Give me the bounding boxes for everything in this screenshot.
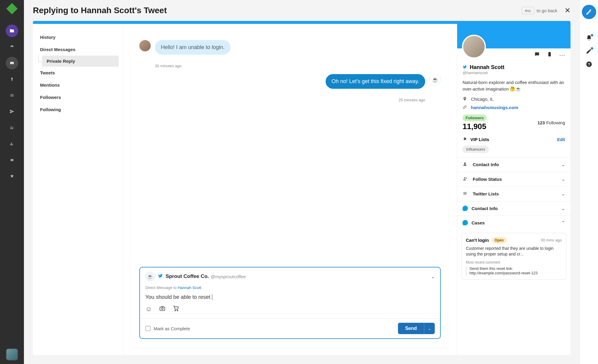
accordion-follow-status[interactable]: Follow Status ⌄: [457, 172, 570, 186]
svg-rect-8: [549, 52, 550, 53]
conversation-nav: History Direct Messages Private Reply Tw…: [33, 24, 123, 355]
chevron-up-icon: ⌃: [561, 220, 565, 226]
clipboard-icon[interactable]: [547, 51, 553, 59]
compose-box: ☕ Sprout Coffee Co. @mysproutcoffee ⌄ Di…: [139, 267, 441, 339]
nav-list-icon[interactable]: [6, 89, 18, 102]
case-card[interactable]: Can't login Open 30 mins ago Customer re…: [461, 233, 566, 280]
send-options-button[interactable]: ⌄: [424, 323, 435, 334]
list-icon: [463, 191, 469, 197]
message-icon[interactable]: [534, 51, 540, 59]
nav-star-icon[interactable]: [6, 170, 18, 182]
camera-icon[interactable]: [159, 305, 166, 313]
link-icon: [463, 105, 468, 110]
person-icon: [463, 162, 469, 168]
nav-tray-icon[interactable]: [6, 57, 18, 69]
case-title: Can't login: [466, 238, 489, 243]
nav-pulse-icon[interactable]: [6, 121, 18, 134]
mark-complete-checkbox[interactable]: [145, 326, 151, 331]
svg-point-6: [177, 310, 178, 311]
compose-fab[interactable]: [582, 5, 596, 19]
user-avatar[interactable]: [6, 348, 18, 360]
go-back-text: to go back: [537, 8, 557, 13]
profile-website[interactable]: hannahsmusings.com: [471, 105, 518, 110]
send-button[interactable]: Send: [398, 323, 424, 334]
esc-key-hint: esc: [522, 7, 534, 14]
accordion-twitter-lists[interactable]: Twitter Lists ⌄: [457, 186, 570, 201]
nav-private-reply[interactable]: Private Reply: [42, 56, 119, 67]
profile-banner: [457, 24, 570, 48]
mark-complete-label[interactable]: Mark as Complete: [154, 326, 190, 331]
page-title: Replying to Hannah Scott's Tweet: [33, 6, 522, 15]
nav-bot-icon[interactable]: [6, 154, 18, 166]
profile-avatar[interactable]: [462, 35, 486, 59]
compose-textarea[interactable]: You should be able to reset: [140, 290, 440, 303]
message-outgoing: Oh no! Let's get this fixed right away. …: [139, 74, 441, 89]
accordion-cases[interactable]: Cases ⌃: [457, 215, 570, 230]
close-icon[interactable]: ✕: [565, 6, 570, 15]
svg-rect-7: [548, 52, 551, 56]
chevron-down-icon: ⌄: [561, 162, 565, 167]
nav-gauge-icon[interactable]: [6, 41, 18, 53]
case-comment: Send them this reset link: http://exampl…: [466, 266, 562, 275]
chevron-down-icon: ⌄: [561, 191, 565, 197]
help-icon[interactable]: ?: [586, 61, 592, 69]
message-incoming: Hello! I am unable to login.: [139, 40, 441, 55]
page-header: Replying to Hannah Scott's Tweet esc to …: [24, 0, 579, 21]
following-stat: 123 Following: [537, 120, 565, 125]
chat-area: Hello! I am unable to login. 30 minutes …: [130, 31, 450, 348]
recipient-link[interactable]: Hannah Scott: [178, 285, 201, 290]
svg-point-4: [162, 308, 164, 310]
svg-rect-0: [10, 159, 13, 161]
vip-tag[interactable]: Influencers: [463, 146, 489, 153]
brand-avatar[interactable]: ☕: [429, 74, 441, 85]
nav-inbox-icon[interactable]: [6, 25, 18, 37]
vip-lists-title: VIP Lists: [470, 137, 489, 142]
emoji-icon[interactable]: ☺: [145, 305, 152, 313]
salesforce-icon: [463, 220, 468, 225]
svg-point-2: [12, 160, 13, 160]
contact-avatar[interactable]: [139, 40, 151, 51]
compose-brand-avatar: ☕: [145, 272, 155, 281]
chevron-down-icon: ⌄: [561, 176, 565, 182]
vip-edit-link[interactable]: Edit: [557, 137, 565, 142]
more-icon[interactable]: ⋯: [559, 51, 565, 59]
nav-following[interactable]: Following: [37, 103, 119, 116]
logo-icon[interactable]: [6, 3, 18, 14]
profile-location: Chicago, IL: [471, 97, 494, 102]
compose-recipient: Direct Message to Hannah Scott: [140, 285, 440, 290]
accordion-contact-info[interactable]: Contact Info ⌄: [457, 157, 570, 172]
svg-rect-3: [160, 307, 165, 311]
svg-point-5: [175, 310, 176, 311]
followers-count: 11,905: [463, 122, 487, 131]
bell-icon[interactable]: [586, 35, 592, 43]
case-comment-label: Most recent comment: [466, 260, 562, 264]
message-bubble: Hello! I am unable to login.: [155, 40, 231, 55]
nav-pin-icon[interactable]: [6, 73, 18, 85]
app-left-rail: [0, 0, 24, 364]
profile-bio: Natural-born explorer and coffee enthusi…: [463, 79, 565, 92]
nav-mentions[interactable]: Mentions: [37, 79, 119, 91]
accordion-sf-contact-info[interactable]: Contact Info ⌄: [457, 201, 570, 215]
nav-direct-messages[interactable]: Direct Messages: [37, 43, 119, 56]
app-right-rail: ?: [579, 0, 598, 364]
twitter-icon: [158, 273, 163, 279]
cart-icon[interactable]: [173, 305, 179, 313]
nav-chart-icon[interactable]: [6, 137, 18, 150]
account-switcher-chevron-icon[interactable]: ⌄: [431, 274, 435, 279]
nav-send-icon[interactable]: [6, 105, 18, 118]
case-description: Customer reported that they are unable t…: [466, 246, 562, 257]
case-time: 30 mins ago: [541, 238, 562, 242]
nav-history[interactable]: History: [37, 31, 119, 43]
case-status-badge: Open: [492, 237, 507, 243]
message-bubble: Oh no! Let's get this fixed right away.: [326, 74, 425, 89]
svg-point-1: [11, 160, 12, 160]
chevron-down-icon: ⌄: [561, 206, 565, 211]
nav-followers[interactable]: Followers: [37, 91, 119, 103]
pen-icon[interactable]: [586, 48, 592, 56]
twitter-icon: [463, 65, 468, 70]
svg-text:?: ?: [588, 62, 590, 67]
profile-panel: ⋯ Hannah Scott @hannahscott Natural-born…: [457, 24, 570, 355]
message-timestamp: 30 minutes ago: [155, 64, 441, 68]
nav-tweets[interactable]: Tweets: [37, 67, 119, 79]
compose-account-name: Sprout Coffee Co.: [166, 273, 209, 279]
